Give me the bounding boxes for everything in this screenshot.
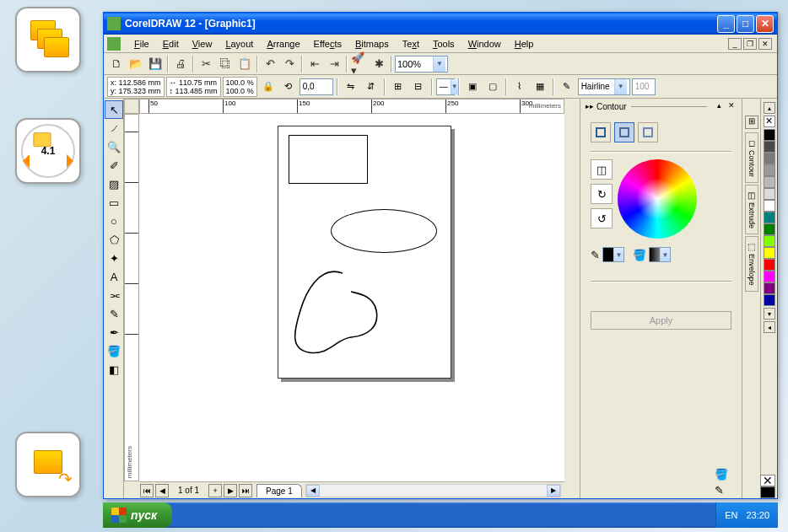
text-tool[interactable]: A [105,267,123,286]
menu-file[interactable]: File [127,37,156,51]
interactive-fill-tool[interactable]: ◧ [105,360,123,379]
horizontal-ruler[interactable]: 50 100 150 200 250 300 millimeters [139,99,564,114]
menu-view[interactable]: View [186,37,219,51]
rectangle-shape[interactable] [289,135,368,184]
zoom-input[interactable] [397,59,433,69]
close-button[interactable]: ✕ [756,15,774,33]
zoom-tool[interactable]: 🔍 [105,137,123,156]
docker-close-button[interactable]: ✕ [726,101,737,111]
palette-swatch[interactable] [764,247,775,259]
palette-swatch[interactable] [764,141,775,153]
to-front-button[interactable]: ▣ [463,78,482,96]
palette-swatch[interactable] [764,271,775,282]
ellipse-tool[interactable]: ○ [105,212,123,230]
app-launcher-button[interactable]: 🚀▾ [350,55,369,73]
paste-button[interactable]: 📋 [235,55,254,73]
apply-button[interactable]: Apply [591,311,731,330]
menu-layout[interactable]: Layout [219,37,260,51]
align-button[interactable]: ▦ [531,78,549,96]
palette-swatch[interactable] [764,200,775,212]
tab-extrude[interactable]: ◫Extrude [745,185,758,234]
mirror-v-button[interactable]: ⇵ [362,78,381,96]
palette-swatch[interactable] [764,235,775,247]
basic-shapes-tool[interactable]: ✦ [105,249,123,267]
prev-page-button[interactable]: ◀ [155,484,169,497]
mdi-restore[interactable]: ❐ [743,38,757,50]
print-button[interactable]: 🖨 [171,55,190,73]
palette-flyout-button[interactable]: ◂ [764,321,775,333]
ellipse-shape[interactable] [331,209,437,253]
contour-to-center-button[interactable] [591,122,611,142]
contour-outside-button[interactable] [638,122,658,142]
palette-swatch[interactable] [764,129,775,141]
palette-swatch[interactable] [764,176,775,188]
outline-value[interactable]: 100 [632,78,656,95]
start-button[interactable]: пуск [103,502,172,528]
open-button[interactable]: 📂 [127,55,145,73]
palette-swatch[interactable] [764,259,775,271]
freehand-tool[interactable]: ✐ [105,156,123,175]
palette-swatch[interactable] [764,223,775,235]
menu-window[interactable]: Window [461,37,508,51]
palette-swatch[interactable] [764,153,775,164]
mirror-h-button[interactable]: ⇋ [342,78,360,96]
next-page-button[interactable]: ▶ [224,484,237,497]
menu-edit[interactable]: Edit [156,37,186,51]
vertical-ruler[interactable]: millimeters [124,114,139,481]
size-readout[interactable]: ↔ 110.75 mm ↕ 113.485 mm [166,77,221,97]
current-fill-none[interactable]: ✕ [760,475,775,486]
pick-tool[interactable]: ↖ [105,100,123,119]
outline-width-combo[interactable]: Hairline▼ [578,78,630,95]
eyedropper-tool[interactable]: ✎ [105,304,123,323]
import-button[interactable]: ⇤ [305,55,324,73]
lock-ratio-button[interactable]: 🔒 [259,78,278,96]
palette-swatch[interactable] [764,188,775,200]
zoom-combo[interactable]: ▼ [395,56,448,73]
scale-readout[interactable]: 100.0 % 100.0 % [223,77,257,97]
current-outline-black[interactable] [760,486,775,498]
palette-swatch[interactable] [764,212,775,223]
wrap-combo[interactable]: —▼ [436,78,455,95]
docker-options-button[interactable]: ⊞ [745,116,758,129]
page-tab[interactable]: Page 1 [256,484,302,497]
minimize-button[interactable]: _ [717,15,735,33]
rectangle-tool[interactable]: ▭ [105,193,123,212]
clock[interactable]: 23:20 [746,510,769,520]
mdi-minimize[interactable]: _ [728,38,742,50]
corel-online-button[interactable]: ✱ [370,55,388,73]
redo-button[interactable]: ↷ [280,55,299,73]
ungroup-all-button[interactable]: ⊟ [409,78,428,96]
color-wheel[interactable] [618,159,697,239]
mdi-close[interactable]: ✕ [758,38,772,50]
add-page-button[interactable]: + [208,484,222,497]
outline-color-swatch[interactable]: ▼ [602,247,624,262]
ruler-origin[interactable] [124,99,139,114]
contour-inside-button[interactable] [614,122,634,142]
fill-tool[interactable]: 🪣 [105,341,123,360]
page[interactable] [278,126,451,379]
maximize-button[interactable]: □ [737,15,754,33]
cut-button[interactable]: ✂ [197,55,215,73]
copy-button[interactable]: ⿻ [216,55,235,73]
language-indicator[interactable]: EN [725,510,737,520]
first-page-button[interactable]: ⏮ [140,484,154,497]
menu-arrange[interactable]: Arrange [260,37,306,51]
menu-text[interactable]: Text [396,37,426,51]
tab-envelope[interactable]: ⬚Envelope [745,236,758,292]
export-button[interactable]: ⇥ [325,55,343,73]
dropdown-arrow-icon[interactable]: ▼ [433,56,445,72]
rotation-input[interactable]: 0,0 [300,78,333,95]
palette-swatch[interactable] [764,282,775,294]
blend-tool[interactable]: ⫘ [105,286,123,304]
fill-color-swatch[interactable]: ▼ [649,247,671,262]
polygon-tool[interactable]: ⬠ [105,230,123,249]
docker-grip-icon[interactable]: ▸▸ [586,102,594,110]
save-button[interactable]: 💾 [146,55,165,73]
sidebar-export-icon[interactable]: ↷ [15,432,81,497]
palette-swatch[interactable] [764,164,775,176]
palette-swatch[interactable] [764,294,775,306]
ccw-color-button[interactable]: ↺ [591,208,613,228]
convert-curves-button[interactable]: ⌇ [510,78,529,96]
system-tray[interactable]: EN 23:20 [715,502,778,528]
palette-down-button[interactable]: ▾ [764,308,775,320]
